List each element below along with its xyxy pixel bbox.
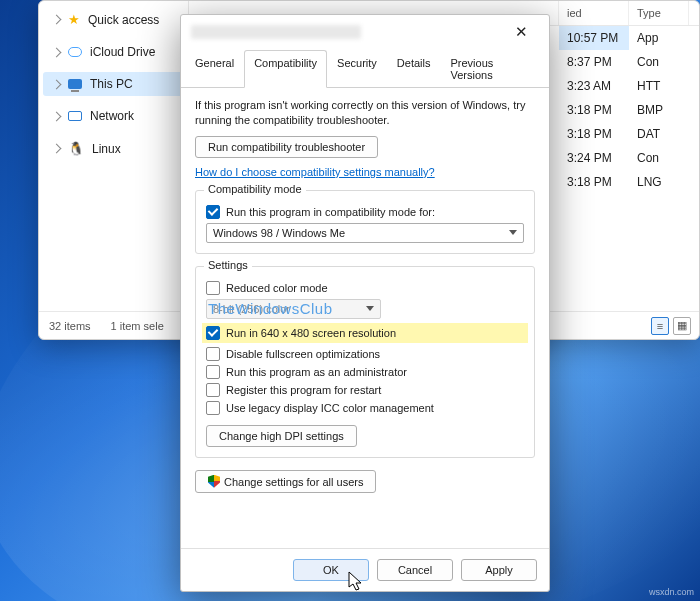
reduced-color-checkbox[interactable] xyxy=(206,281,220,295)
linux-icon: 🐧 xyxy=(68,141,84,156)
disable-fullscreen-label: Disable fullscreen optimizations xyxy=(226,348,380,360)
tab-general[interactable]: General xyxy=(185,50,244,88)
status-item-count: 32 items xyxy=(49,320,91,332)
compat-mode-value: Windows 98 / Windows Me xyxy=(213,227,345,239)
site-credit: wsxdn.com xyxy=(649,587,694,597)
sidebar-label: iCloud Drive xyxy=(90,45,155,59)
run-640-checkbox[interactable] xyxy=(206,326,220,340)
group-title: Compatibility mode xyxy=(204,183,306,195)
file-type: Con xyxy=(629,50,689,74)
register-restart-checkbox[interactable] xyxy=(206,383,220,397)
dialog-title-blurred xyxy=(191,25,361,39)
chevron-right-icon xyxy=(52,47,62,57)
color-mode-select: 8-bit (256) color xyxy=(206,299,381,319)
chevron-right-icon xyxy=(52,79,62,89)
file-type: Con xyxy=(629,146,689,170)
intro-text: If this program isn't working correctly … xyxy=(195,98,535,128)
manual-settings-link[interactable]: How do I choose compatibility settings m… xyxy=(195,166,435,178)
tab-compatibility[interactable]: Compatibility xyxy=(244,50,327,88)
compat-mode-label: Run this program in compatibility mode f… xyxy=(226,206,435,218)
settings-group: Settings Reduced color mode 8-bit (256) … xyxy=(195,266,535,458)
file-time: 8:37 PM xyxy=(559,50,629,74)
legacy-icc-label: Use legacy display ICC color management xyxy=(226,402,434,414)
register-restart-label: Register this program for restart xyxy=(226,384,381,396)
view-grid-icon[interactable]: ▦ xyxy=(673,317,691,335)
compatibility-mode-group: Compatibility mode Run this program in c… xyxy=(195,190,535,254)
file-time: 3:18 PM xyxy=(559,170,629,194)
run-640-label: Run in 640 x 480 screen resolution xyxy=(226,327,396,339)
sidebar-item-icloud[interactable]: iCloud Drive xyxy=(39,40,188,64)
dialog-button-row: OK Cancel Apply xyxy=(181,548,549,591)
dialog-titlebar[interactable]: ✕ xyxy=(181,15,549,49)
file-time: 3:18 PM xyxy=(559,98,629,122)
properties-dialog: ✕ General Compatibility Security Details… xyxy=(180,14,550,592)
run-troubleshooter-button[interactable]: Run compatibility troubleshooter xyxy=(195,136,378,158)
file-type: LNG xyxy=(629,170,689,194)
shield-icon xyxy=(208,475,220,488)
file-time: 3:18 PM xyxy=(559,122,629,146)
dialog-tabs: General Compatibility Security Details P… xyxy=(181,49,549,88)
tab-previous-versions[interactable]: Previous Versions xyxy=(440,50,545,88)
sidebar-item-network[interactable]: Network xyxy=(39,104,188,128)
view-details-icon[interactable]: ≡ xyxy=(651,317,669,335)
file-time: 3:24 PM xyxy=(559,146,629,170)
sidebar-label: Quick access xyxy=(88,13,159,27)
group-title: Settings xyxy=(204,259,252,271)
sidebar-item-quick-access[interactable]: ★ Quick access xyxy=(39,7,188,32)
sidebar-label: Linux xyxy=(92,142,121,156)
change-all-users-button[interactable]: Change settings for all users xyxy=(195,470,376,493)
cloud-icon xyxy=(68,47,82,57)
disable-fullscreen-checkbox[interactable] xyxy=(206,347,220,361)
run-admin-label: Run this program as an administrator xyxy=(226,366,407,378)
change-dpi-button[interactable]: Change high DPI settings xyxy=(206,425,357,447)
file-type: BMP xyxy=(629,98,689,122)
pc-icon xyxy=(68,79,82,89)
ok-button[interactable]: OK xyxy=(293,559,369,581)
run-admin-checkbox[interactable] xyxy=(206,365,220,379)
all-users-label: Change settings for all users xyxy=(224,476,363,488)
compat-mode-checkbox[interactable] xyxy=(206,205,220,219)
file-type: HTT xyxy=(629,74,689,98)
network-icon xyxy=(68,111,82,121)
sidebar-label: This PC xyxy=(90,77,133,91)
legacy-icc-checkbox[interactable] xyxy=(206,401,220,415)
reduced-color-label: Reduced color mode xyxy=(226,282,328,294)
sidebar-item-linux[interactable]: 🐧 Linux xyxy=(39,136,188,161)
close-button[interactable]: ✕ xyxy=(503,18,539,46)
chevron-right-icon xyxy=(52,15,62,25)
tab-details[interactable]: Details xyxy=(387,50,441,88)
compat-mode-select[interactable]: Windows 98 / Windows Me xyxy=(206,223,524,243)
run-640-row-highlighted: Run in 640 x 480 screen resolution xyxy=(202,323,528,343)
col-type[interactable]: Type xyxy=(629,1,689,25)
file-type: DAT xyxy=(629,122,689,146)
explorer-sidebar: ★ Quick access iCloud Drive This PC Netw… xyxy=(39,1,189,291)
col-date[interactable]: ied xyxy=(559,1,629,25)
file-time: 3:23 AM xyxy=(559,74,629,98)
tab-security[interactable]: Security xyxy=(327,50,387,88)
sidebar-item-this-pc[interactable]: This PC xyxy=(43,72,184,96)
file-time: 10:57 PM xyxy=(559,26,629,50)
cancel-button[interactable]: Cancel xyxy=(377,559,453,581)
chevron-right-icon xyxy=(52,111,62,121)
chevron-down-icon xyxy=(509,230,517,235)
file-type: App xyxy=(629,26,689,50)
star-icon: ★ xyxy=(68,12,80,27)
sidebar-label: Network xyxy=(90,109,134,123)
status-selection: 1 item sele xyxy=(111,320,164,332)
chevron-down-icon xyxy=(366,306,374,311)
chevron-right-icon xyxy=(52,144,62,154)
color-mode-value: 8-bit (256) color xyxy=(213,303,290,315)
apply-button[interactable]: Apply xyxy=(461,559,537,581)
